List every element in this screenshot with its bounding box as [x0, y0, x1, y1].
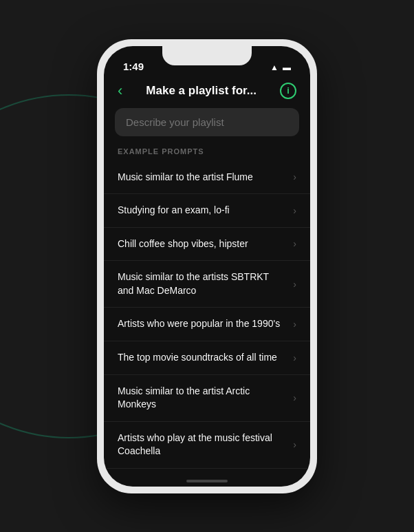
chevron-right-icon: › — [293, 171, 296, 182]
chevron-right-icon: › — [293, 319, 296, 330]
list-item[interactable]: Artists who were popular in the 1990's › — [104, 308, 310, 341]
scroll-indicator — [104, 476, 310, 487]
scroll-bar — [186, 480, 228, 482]
list-item-text: Chill coffee shop vibes, hipster — [118, 237, 293, 251]
back-button[interactable]: ‹ — [118, 82, 122, 100]
info-label: i — [287, 85, 290, 96]
list-item-text: Music similar to the artists SBTRKT and … — [118, 270, 293, 297]
wifi-icon: ▲ — [270, 63, 279, 72]
list-item[interactable]: Music similar to the artist Arctic Monke… — [104, 375, 310, 422]
list-item-text: The top movie soundtracks of all time — [118, 351, 293, 365]
list-item[interactable]: Music similar to the artist Flume › — [104, 161, 310, 195]
search-input[interactable] — [115, 108, 299, 136]
list-item-text: Studying for an exam, lo-fi — [118, 204, 293, 217]
phone-notch — [162, 46, 252, 65]
list-item[interactable]: Studying for an exam, lo-fi › — [104, 194, 310, 228]
list-item-text: Artists who were popular in the 1990's — [118, 317, 293, 331]
nav-header: ‹ Make a playlist for... i — [104, 76, 310, 108]
list-item-text: Music similar to the artist Arctic Monke… — [118, 385, 293, 412]
search-container — [104, 108, 310, 147]
list-item-text: Artists who play at the music festival C… — [118, 432, 293, 458]
status-time: 1:49 — [123, 61, 144, 72]
status-icons: ▲ ▬ — [270, 63, 291, 72]
battery-icon: ▬ — [283, 63, 291, 72]
phone-shell: 1:49 ▲ ▬ ‹ Make a playlist for... i EXAM… — [97, 39, 317, 493]
list-item[interactable]: Artists who play at the music festival C… — [104, 422, 310, 469]
info-button[interactable]: i — [280, 83, 296, 99]
prompt-list: Music similar to the artist Flume › Stud… — [104, 161, 310, 476]
chevron-right-icon: › — [293, 238, 296, 249]
list-item[interactable]: Chill coffee shop vibes, hipster › — [104, 228, 310, 262]
section-label: EXAMPLE PROMPTS — [104, 147, 310, 161]
list-item[interactable]: The top movie soundtracks of all time › — [104, 341, 310, 375]
list-item[interactable]: Going on a walk in the French countrysid… — [104, 469, 310, 475]
list-item[interactable]: Music similar to the artists SBTRKT and … — [104, 261, 310, 308]
chevron-right-icon: › — [293, 439, 296, 450]
phone-screen: 1:49 ▲ ▬ ‹ Make a playlist for... i EXAM… — [104, 46, 310, 487]
list-item-text: Music similar to the artist Flume — [118, 171, 293, 184]
chevron-right-icon: › — [293, 392, 296, 403]
chevron-right-icon: › — [293, 352, 296, 363]
chevron-right-icon: › — [293, 279, 296, 290]
chevron-right-icon: › — [293, 205, 296, 216]
page-title: Make a playlist for... — [146, 84, 257, 98]
